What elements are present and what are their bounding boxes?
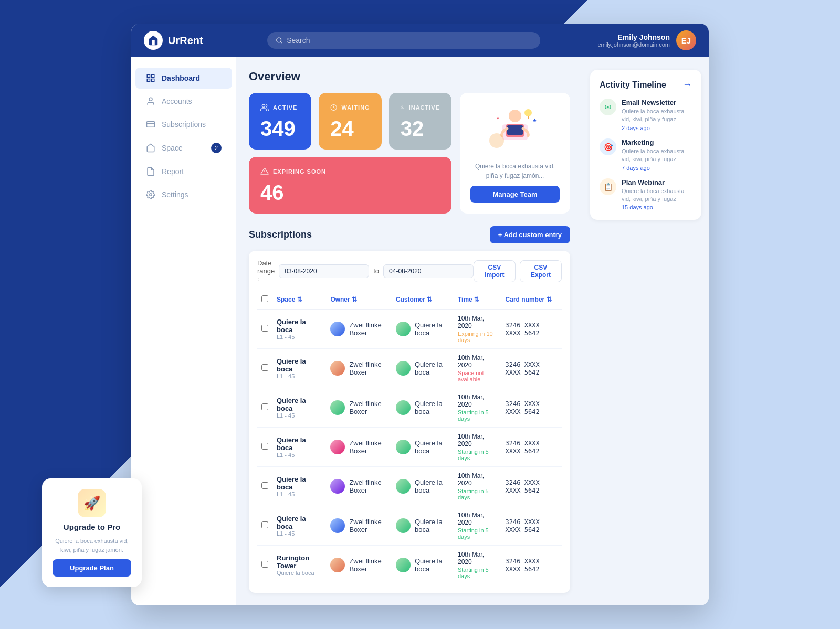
owner-avatar [330,479,345,494]
stat-number-expiring: 46 [260,182,440,203]
activity-arrow[interactable]: → [682,79,692,90]
svg-point-12 [401,106,403,108]
add-custom-entry-button[interactable]: + Add custom entry [490,226,570,243]
csv-export-button[interactable]: CSV Export [520,260,562,282]
sidebar-label-subscriptions: Subscriptions [162,120,206,129]
customer-name: Quiere la boca [415,518,449,534]
space-sub: L1 - 45 [277,491,322,497]
time-cell: 10th Mar, 2020 Starting in 5 days [454,506,501,546]
activity-desc: Quiere la boca exhausta vid, kiwi, piña … [622,187,692,204]
customer-name: Quiere la boca [415,439,449,455]
svg-text:♥: ♥ [497,116,499,121]
owner-avatar [330,322,345,336]
row-checkbox[interactable] [261,443,268,450]
owner-cell: Zwei flinke Boxer [326,310,392,349]
row-checkbox[interactable] [261,521,268,528]
csv-import-button[interactable]: CSV Import [474,260,516,282]
owner-cell: Zwei flinke Boxer [326,428,392,467]
sidebar-item-dashboard[interactable]: Dashboard [135,68,232,89]
logo-icon [144,31,163,50]
owner-cell: Zwei flinke Boxer [326,388,392,428]
expiring-icon [260,167,269,176]
row-checkbox[interactable] [261,561,268,568]
search-bar[interactable] [267,32,540,49]
date-from-input[interactable] [279,264,369,278]
overview-title: Overview [249,70,570,83]
activity-body: Marketing Quiere la boca exhausta vid, k… [622,138,692,171]
time-status: Starting in 5 days [458,567,497,579]
sidebar-item-report[interactable]: Report [135,161,232,182]
time-date: 10th Mar, 2020 [458,315,497,329]
space-name: Rurington Tower [277,554,322,570]
activity-desc: Quiere la boca exhausta vid, kiwi, piña … [622,147,692,164]
app-container: UrRent Emily Johnson emily.johnson@domai… [131,24,709,605]
time-cell: 10th Mar, 2020 Starting in 5 days [454,428,501,467]
owner-name: Zwei flinke Boxer [349,439,387,455]
sidebar-item-space[interactable]: Space 2 [135,137,232,159]
owner-avatar [330,400,345,415]
customer-cell: Quiere la boca [392,349,454,388]
svg-rect-18 [507,125,523,135]
content-main: Overview ACTIVE [236,57,583,605]
time-status: Expiring in 10 days [458,331,497,343]
user-email: emily.johnson@domain.com [597,41,670,48]
stat-card-inactive: INACTIVE 32 [389,93,452,150]
row-checkbox[interactable] [261,482,268,489]
sidebar-item-accounts[interactable]: Accounts [135,91,232,112]
customer-name: Quiere la boca [415,400,449,415]
row-checkbox[interactable] [261,364,268,371]
activity-time: 15 days ago [622,204,692,210]
card-number: 3246 XXXX XXXX 5642 [506,322,540,337]
svg-point-19 [524,109,532,116]
card-number-cell: 3246 XXXX XXXX 5642 [501,467,562,506]
activity-name: Email Newsletter [622,99,692,106]
date-range-label: Date range : [257,259,275,283]
owner-avatar [330,518,345,533]
customer-avatar [396,440,411,454]
row-checkbox[interactable] [261,403,268,410]
select-all-checkbox[interactable] [261,295,268,302]
upgrade-icon: 🚀 [78,489,106,517]
user-name: Emily Johnson [597,33,670,41]
card-number: 3246 XXXX XXXX 5642 [506,440,540,455]
sidebar-item-settings[interactable]: Settings [135,184,232,205]
upgrade-desc: Quiere la boca exhausta vid, kiwi, piña … [52,537,131,554]
space-cell: Rurington Tower Quiere la boca [272,546,326,585]
col-card: Card number ⇅ [501,290,562,310]
stat-card-expiring: EXPIRING SOON 46 [249,157,452,214]
sidebar-label-settings: Settings [162,190,188,199]
card-number-cell: 3246 XXXX XXXX 5642 [501,546,562,585]
space-sub: L1 - 45 [277,530,322,537]
customer-cell: Quiere la boca [392,546,454,585]
customer-name: Quiere la boca [415,321,449,337]
time-date: 10th Mar, 2020 [458,393,497,408]
activity-item: 🎯 Marketing Quiere la boca exhausta vid,… [600,138,692,171]
owner-cell: Zwei flinke Boxer [326,506,392,546]
card-number: 3246 XXXX XXXX 5642 [506,479,540,494]
stat-label-active: ACTIVE [260,103,300,112]
date-to-input[interactable] [383,264,474,278]
sidebar-label-space: Space [162,144,183,152]
user-info: Emily Johnson emily.johnson@domain.com [597,33,670,48]
promo-illustration: ★ ♥ [470,104,560,156]
manage-team-button[interactable]: Manage Team [470,186,560,203]
space-badge: 2 [211,143,222,153]
svg-rect-4 [147,79,150,82]
upgrade-plan-button[interactable]: Upgrade Plan [52,559,131,577]
sidebar-label-accounts: Accounts [162,97,192,105]
space-name: Quiere la boca [277,318,322,334]
card-number-cell: 3246 XXXX XXXX 5642 [501,388,562,428]
svg-point-0 [276,38,281,42]
row-checkbox[interactable] [261,325,268,332]
owner-name: Zwei flinke Boxer [349,557,387,573]
customer-name: Quiere la boca [415,478,449,494]
search-input[interactable] [287,36,532,45]
svg-point-9 [150,194,152,196]
time-cell: 10th Mar, 2020 Space not available [454,349,501,388]
owner-cell: Zwei flinke Boxer [326,467,392,506]
customer-avatar [396,518,411,533]
time-cell: 10th Mar, 2020 Starting in 5 days [454,546,501,585]
sidebar-item-subscriptions[interactable]: Subscriptions [135,114,232,135]
stat-label-expiring: EXPIRING SOON [260,167,440,176]
table-row: Quiere la boca L1 - 45 Zwei flinke Boxer… [257,349,562,388]
